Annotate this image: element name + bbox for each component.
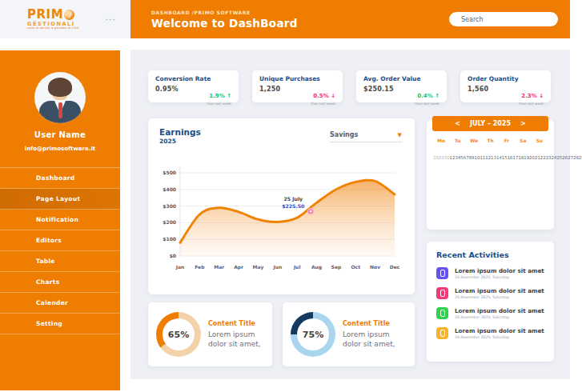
area-chart: $0$100$200$300$400$500JanFebMarAprMayJun… [153,160,410,280]
svg-text:Aug: Aug [311,264,322,270]
phone-icon [440,270,445,277]
calendar-day[interactable]: 14 [496,151,502,163]
stat-title: Avg. Order Value [363,75,440,82]
calendar-day[interactable]: 30 [444,151,450,163]
stat-note: than last week [311,102,335,106]
svg-text:Jun: Jun [272,264,282,270]
earnings-card: Earnings 2025 Savings ▼ $0$100$200$300$4… [148,118,415,294]
calendar-day-header: Mo [433,138,449,143]
calendar-day[interactable]: 28 [433,151,439,163]
sidebar-item-editors[interactable]: Editors [0,230,120,251]
stat-note: than last week [207,102,231,106]
sidebar-item-label: Charts [36,278,59,286]
sidebar-item-label: Setting [36,320,62,327]
calendar-day[interactable]: 29 [439,151,444,163]
calendar-day[interactable]: 9 [472,151,474,163]
activity-title: Lorem ipsum dolor sit amet [455,287,544,294]
sidebar-item-charts[interactable]: Charts [0,272,120,293]
content-card-2: 75% Content Title Lorem ipsum dolor sit … [283,302,415,366]
svg-text:Jan: Jan [175,264,185,270]
sidebar-item-page-layout[interactable]: Page Layout [0,189,120,210]
device-icon [436,307,448,319]
phone-icon [440,310,445,317]
calendar-day[interactable]: 27 [568,151,573,163]
calendar-day-header: We [466,138,482,143]
svg-text:Mar: Mar [214,264,224,270]
donut-percent: 65% [163,318,195,350]
activity-date: 26 November 2025, Saturday [455,275,544,279]
calendar-day[interactable]: 20 [529,151,535,163]
donut-percent: 75% [297,318,329,350]
svg-text:25 July: 25 July [283,196,303,202]
activity-text: Lorem ipsum dolor sit amet 26 November 2… [455,327,544,340]
stat-value: 1,560 [468,86,488,93]
calendar-next-icon[interactable]: > [520,120,526,127]
activity-item[interactable]: Lorem ipsum dolor sit amet 26 November 2… [436,307,544,320]
activity-text: Lorem ipsum dolor sit amet 26 November 2… [455,287,544,300]
svg-text:$100: $100 [163,236,176,242]
stat-value: $250.15 [363,86,394,93]
calendar-day-header: Su [532,138,548,143]
sidebar-item-label: Dashboard [36,174,74,182]
earnings-filter-label: Savings [330,131,358,138]
sidebar-item-label: Page Layout [36,195,80,202]
earnings-filter-dropdown[interactable]: Savings ▼ [330,131,402,142]
user-email: info@primosoftware.it [0,146,120,152]
sidebar-item-dashboard[interactable]: Dashboard [0,168,120,189]
calendar-day[interactable]: 21 [535,151,540,163]
svg-text:Dec: Dec [390,264,400,270]
page-title: Welcome to DashBoard [151,17,298,30]
svg-text:$225.50: $225.50 [282,203,305,209]
svg-text:$300: $300 [163,203,176,209]
activity-title: Lorem ipsum dolor sit amet [455,267,544,274]
stat-card-conversion-rate: Conversion Rate 0.95% 1.9% ↑ than last w… [148,70,239,102]
sidebar: User Name info@primosoftware.it Dashboar… [0,50,120,390]
calendar-day[interactable]: 23 [546,151,552,163]
calendar-day[interactable]: 29 [579,151,582,163]
calendar-day[interactable]: 13 [491,151,496,163]
stat-title: Order Quantity [468,75,544,82]
svg-text:$400: $400 [163,186,176,192]
calendar-day[interactable]: 15 [502,151,508,163]
stat-change: 2.3% ↓ [521,93,544,99]
calendar-day[interactable]: 28 [573,151,579,163]
calendar-day-header: Tu [449,138,465,143]
calendar-day[interactable]: 22 [540,151,546,163]
svg-text:Nov: Nov [370,264,380,270]
sidebar-item-label: Notification [36,216,78,223]
stat-change-block: 0.4% ↑ than last week [415,86,440,106]
breadcrumb: DASHBOARD /PRIMO SOFTWARE [151,10,298,15]
activity-item[interactable]: Lorem ipsum dolor sit amet 26 November 2… [436,267,544,280]
search-input[interactable] [449,12,558,26]
activity-item[interactable]: Lorem ipsum dolor sit amet 26 November 2… [436,327,544,340]
stat-value: 0.95% [155,86,179,93]
header-titles: DASHBOARD /PRIMO SOFTWARE Welcome to Das… [151,10,298,30]
content-title: Content Title [343,320,407,327]
brand-name: PRIM [27,9,79,21]
activity-date: 26 November 2025, Saturday [455,335,544,339]
earnings-chart: $0$100$200$300$400$500JanFebMarAprMayJun… [153,160,410,283]
activity-date: 26 November 2025, Saturday [455,295,544,299]
stat-row: $250.15 0.4% ↑ than last week [363,86,440,106]
sidebar-item-setting[interactable]: Setting [0,314,120,334]
calendar-prev-icon[interactable]: < [455,120,460,127]
device-icon [436,327,448,339]
recent-activities-title: Recent Activities [436,250,544,259]
svg-text:$500: $500 [163,170,176,175]
dashboard-page: PRIM GESTIONALI conti e servizi a portat… [0,0,582,392]
calendar-month-label: JULY – 2025 [470,120,511,127]
trend-up-icon: ↑ [227,93,231,99]
ellipsis-menu-icon[interactable]: ··· [106,14,117,25]
stat-change-block: 2.3% ↓ than last week [519,86,544,106]
sidebar-item-table[interactable]: Table [0,251,120,272]
calendar-card: < JULY – 2025 > MoTuWeThFrSaSu 282930123… [427,120,554,230]
calendar-day[interactable]: 16 [508,151,513,163]
phone-icon [440,290,445,297]
sidebar-item-notification[interactable]: Notification [0,210,120,230]
content-card-1: 65% Content Title Lorem ipsum dolor sit … [148,302,272,366]
avatar[interactable] [34,72,86,123]
sidebar-item-calender[interactable]: Calender [0,293,120,314]
brand-text: PRIM [27,9,63,21]
stat-change-block: 0.5% ↓ than last week [311,86,335,106]
activity-item[interactable]: Lorem ipsum dolor sit amet 26 November 2… [436,287,544,300]
